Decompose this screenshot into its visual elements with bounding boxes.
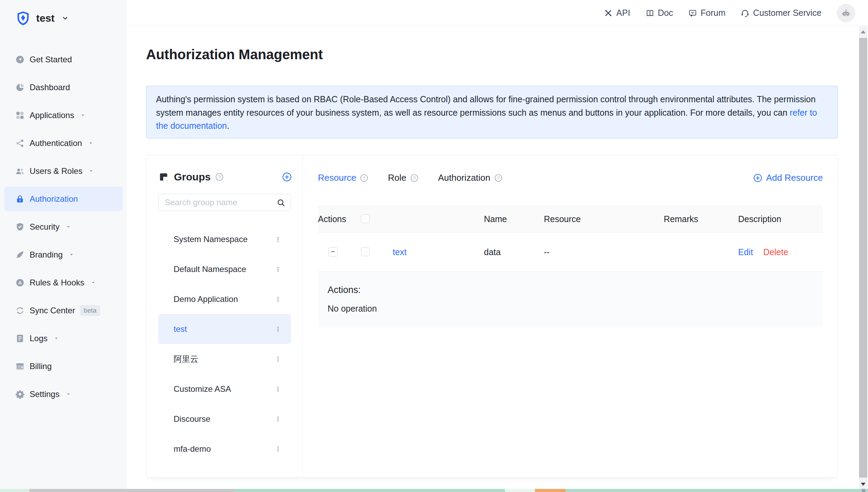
assistant-avatar[interactable] (837, 4, 855, 22)
robot-icon (841, 8, 851, 18)
more-actions-icon[interactable] (275, 326, 281, 333)
topbar-link[interactable]: Forum (688, 8, 725, 18)
topbar-link[interactable]: Doc (645, 8, 673, 18)
sidebar-item-label: Rules & Hooks (30, 278, 84, 287)
horizontal-scrollbar-thumb[interactable] (29, 489, 235, 492)
sidebar-item[interactable]: Billing (0, 352, 127, 380)
group-list-item[interactable]: Demo Application (158, 284, 291, 314)
sidebar-item-icon (15, 278, 25, 287)
bottom-strip (0, 489, 868, 492)
more-actions-icon[interactable] (275, 236, 281, 243)
sidebar-item[interactable]: Branding (0, 241, 127, 269)
sidebar-item[interactable]: Rules & Hooks (0, 269, 127, 296)
caret-down-icon (88, 140, 93, 146)
tab-help-icon[interactable] (494, 174, 503, 182)
sidebar-item-label: Security (30, 222, 60, 232)
sidebar-item[interactable]: Logs (0, 324, 127, 352)
select-all-checkbox[interactable] (361, 214, 370, 223)
sidebar-item-icon (15, 334, 25, 343)
group-name: mfa-demo (174, 444, 211, 454)
more-actions-icon[interactable] (275, 386, 281, 392)
caret-down-icon (66, 224, 71, 229)
add-resource-label: Add Resource (766, 172, 823, 183)
sidebar-item[interactable]: Security (0, 213, 127, 241)
sidebar-item[interactable]: Sync Center beta (0, 296, 127, 324)
bottom-strip-segment (535, 489, 566, 492)
sidebar-item-icon (15, 194, 25, 204)
workspace-switcher[interactable]: test (15, 10, 69, 26)
table-row: − text data -- Edit Delete (318, 233, 823, 271)
group-list-item[interactable]: Customize ASA (158, 374, 291, 404)
row-checkbox[interactable] (361, 248, 370, 256)
groups-panel: Groups System Namespace Default Namespac… (146, 155, 303, 477)
bottom-strip-segment (862, 489, 865, 492)
table-header: NameResourceRemarksDescriptionActions (318, 205, 823, 233)
group-list-item[interactable]: mfa-demo (158, 434, 291, 464)
more-actions-icon[interactable] (275, 296, 281, 303)
topbar-link[interactable]: Customer Service (741, 8, 822, 18)
tabs: Resource Role Authorization (318, 172, 503, 183)
sidebar-item[interactable]: Dashboard (0, 73, 127, 101)
sidebar-item-icon (15, 250, 25, 260)
sidebar-item[interactable]: Get Started (0, 45, 127, 73)
scroll-up-arrow-icon[interactable] (861, 30, 866, 33)
add-group-icon[interactable] (282, 172, 292, 182)
add-resource-button[interactable]: Add Resource (753, 172, 823, 183)
info-text: Authing's permission system is based on … (156, 94, 816, 117)
groups-help-icon[interactable] (215, 172, 224, 181)
scroll-down-arrow-icon[interactable] (861, 483, 866, 486)
sidebar-item-label: Dashboard (30, 83, 70, 92)
group-list-item[interactable]: test (158, 314, 291, 344)
tab-help-icon[interactable] (360, 174, 369, 182)
more-actions-icon[interactable] (275, 266, 281, 273)
topbar-link-label: Forum (701, 8, 725, 18)
tab[interactable]: Authorization (438, 172, 503, 183)
page-title: Authorization Management (146, 47, 323, 62)
more-actions-icon[interactable] (275, 446, 281, 452)
workspace-name: test (36, 12, 54, 24)
collapse-row-button[interactable]: − (328, 247, 338, 257)
group-name: Discourse (174, 414, 210, 424)
group-list-item[interactable]: 阿里云 (158, 344, 291, 374)
detail-actions-value: No operation (328, 304, 823, 314)
sidebar-item-label: Authentication (30, 138, 82, 148)
topbar-link-label: Customer Service (753, 8, 822, 18)
tab[interactable]: Resource (318, 172, 369, 183)
group-list-item[interactable]: Default Namespace (158, 254, 291, 284)
group-name: test (174, 324, 187, 334)
remarks-cell: -- (544, 247, 550, 257)
tab-label: Resource (318, 172, 356, 183)
resource-name-link[interactable]: text (393, 247, 406, 257)
bottom-strip-segment (566, 489, 868, 492)
brand-shield-logo (15, 10, 31, 26)
sidebar-item-icon (15, 222, 25, 232)
more-actions-icon[interactable] (275, 416, 281, 422)
edit-link[interactable]: Edit (738, 247, 753, 257)
search-icon[interactable] (276, 198, 286, 207)
group-name: Default Namespace (174, 264, 246, 274)
sidebar-item[interactable]: Applications (0, 101, 127, 129)
sidebar-item[interactable]: Authorization (0, 185, 127, 213)
caret-down-icon (69, 252, 74, 257)
row-actions: Edit Delete (738, 247, 788, 257)
more-actions-icon[interactable] (275, 356, 281, 363)
group-list-item[interactable]: System Namespace (158, 224, 291, 254)
tab[interactable]: Role (388, 172, 418, 183)
caret-down-icon (66, 391, 71, 397)
delete-link[interactable]: Delete (763, 247, 788, 257)
chevron-down-icon[interactable] (61, 14, 69, 22)
groups-icon (159, 172, 168, 182)
topbar-link[interactable]: API (604, 8, 630, 18)
group-search (158, 194, 291, 211)
sidebar-item-label: Authorization (30, 194, 78, 204)
vertical-scrollbar-thumb[interactable] (859, 38, 867, 478)
topbar-link-icon (604, 9, 613, 18)
sidebar-item[interactable]: Users & Roles (0, 157, 127, 185)
tab-help-icon[interactable] (410, 174, 419, 182)
bottom-strip-segment (0, 489, 29, 492)
sidebar-item[interactable]: Authentication (0, 129, 127, 157)
group-list-item[interactable]: Discourse (158, 404, 291, 434)
sidebar-item-label: Sync Center (30, 306, 75, 315)
sidebar-item[interactable]: Settings (0, 380, 127, 408)
group-search-input[interactable] (158, 194, 276, 211)
